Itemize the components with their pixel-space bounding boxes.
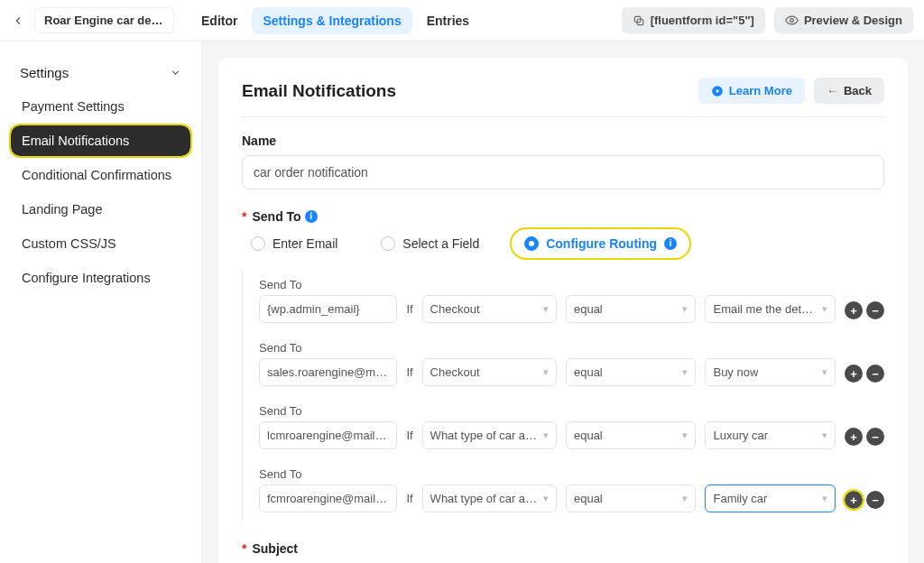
routing-address-col: Send To [259, 467, 397, 512]
routing-field-select[interactable]: What type of car are you ▾ [422, 421, 557, 449]
remove-route-button[interactable] [866, 428, 884, 446]
routing-row: Send To If What type of car are you ▾ eq… [259, 458, 884, 521]
sidebar-item-configure-integrations[interactable]: Configure Integrations [11, 263, 190, 293]
sidebar-item-payment-settings[interactable]: Payment Settings [11, 91, 190, 122]
routing-row-actions [845, 301, 884, 323]
chevron-down-icon [170, 67, 181, 78]
routing-address-input[interactable] [259, 421, 397, 449]
preview-button[interactable]: Preview & Design [774, 7, 913, 33]
routing-operator-select[interactable]: equal ▾ [566, 295, 697, 323]
back-icon[interactable] [7, 10, 29, 32]
card-header: Email Notifications Learn More ← Back [242, 78, 884, 117]
sidebar-item-conditional-confirmations[interactable]: Conditional Confirmations [11, 160, 190, 190]
routing-value-select[interactable]: Luxury car ▾ [705, 421, 836, 449]
select-value: Checkout [430, 365, 480, 379]
radio-circle [381, 236, 395, 251]
chevron-down-icon: ▾ [543, 303, 549, 315]
play-icon [711, 85, 724, 97]
if-label: If [406, 302, 412, 323]
add-route-button[interactable] [845, 301, 863, 319]
sidebar-group-settings[interactable]: Settings [9, 58, 192, 88]
name-input[interactable] [242, 155, 884, 189]
routing-operator-select[interactable]: equal ▾ [566, 485, 697, 512]
sidebar-item-landing-page[interactable]: Landing Page [11, 194, 190, 225]
select-value: Checkout [430, 302, 480, 316]
subject-section: * Subject ⋮ [242, 541, 884, 563]
routing-sendto-label: Send To [259, 341, 397, 355]
routing-row-actions [845, 491, 884, 512]
routing-field-select[interactable]: Checkout ▾ [422, 295, 557, 323]
send-to-options: Enter Email Select a Field Configure Rou… [242, 231, 884, 256]
learn-more-label: Learn More [729, 84, 792, 97]
learn-more-button[interactable]: Learn More [698, 78, 805, 104]
arrow-left-icon: ← [827, 84, 838, 97]
required-mark: * [242, 541, 246, 556]
routing-address-input[interactable] [259, 358, 397, 386]
info-icon[interactable]: i [305, 210, 318, 223]
routing-row: Send To If Checkout ▾ equal ▾ [259, 332, 884, 395]
routing-address-col: Send To [259, 404, 397, 449]
select-value: equal [574, 429, 603, 442]
add-route-button[interactable] [845, 491, 863, 509]
select-value: equal [574, 492, 603, 505]
required-mark: * [242, 209, 246, 224]
form-title[interactable]: Roar Engine car deal… [34, 7, 174, 33]
content: Email Notifications Learn More ← Back [202, 42, 924, 563]
radio-label: Select a Field [402, 236, 479, 251]
send-to-label: * Send To i [242, 209, 884, 224]
chevron-down-icon: ▾ [822, 429, 827, 441]
if-label: If [406, 429, 412, 449]
routing-address-input[interactable] [259, 295, 397, 323]
radio-enter-email[interactable]: Enter Email [242, 231, 346, 256]
tab-editor[interactable]: Editor [190, 7, 248, 34]
chevron-down-icon: ▾ [822, 493, 827, 504]
eye-icon [785, 14, 799, 27]
chevron-down-icon: ▾ [543, 366, 549, 378]
select-value: What type of car are you [430, 429, 538, 442]
copy-icon [633, 14, 645, 27]
routing-value-select[interactable]: Family car ▾ [705, 485, 836, 512]
routing-field-select[interactable]: Checkout ▾ [422, 358, 557, 386]
chevron-down-icon: ▾ [682, 493, 688, 504]
routing-sendto-label: Send To [259, 278, 397, 291]
routing-operator-select[interactable]: equal ▾ [566, 421, 697, 449]
chevron-down-icon: ▾ [822, 366, 827, 378]
select-value: What type of car are you [430, 492, 538, 505]
routing-row: Send To If Checkout ▾ equal ▾ [259, 269, 884, 332]
radio-configure-routing[interactable]: Configure Routing i [513, 231, 688, 256]
layout: Settings Payment Settings Email Notifica… [0, 42, 924, 563]
back-button[interactable]: ← Back [814, 78, 884, 104]
tab-entries[interactable]: Entries [416, 7, 480, 34]
sidebar-group-label: Settings [20, 65, 69, 80]
routing-operator-select[interactable]: equal ▾ [566, 358, 697, 386]
if-label: If [406, 365, 412, 386]
routing-row-actions [845, 428, 884, 449]
tab-settings[interactable]: Settings & Integrations [252, 7, 411, 34]
sidebar-item-custom-css-js[interactable]: Custom CSS/JS [11, 228, 190, 259]
shortcode-button[interactable]: [fluentform id="5"] [622, 7, 765, 33]
routing-sendto-label: Send To [259, 467, 397, 481]
add-route-button[interactable] [845, 428, 863, 446]
add-route-button[interactable] [845, 365, 863, 383]
topbar: Roar Engine car deal… Editor Settings & … [0, 0, 924, 42]
radio-select-field[interactable]: Select a Field [372, 231, 488, 256]
page-title: Email Notifications [242, 81, 396, 101]
remove-route-button[interactable] [866, 491, 884, 509]
remove-route-button[interactable] [866, 301, 884, 319]
routing-value-select[interactable]: Buy now ▾ [705, 358, 836, 386]
radio-circle [524, 236, 539, 251]
chevron-down-icon: ▾ [682, 366, 688, 378]
select-value: Buy now [713, 365, 758, 379]
sidebar-item-email-notifications[interactable]: Email Notifications [11, 125, 190, 156]
routing-field-select[interactable]: What type of car are you ▾ [422, 485, 557, 512]
select-value: equal [574, 365, 603, 379]
routing-table: Send To If Checkout ▾ equal ▾ [242, 269, 884, 521]
routing-value-select[interactable]: Email me the details ▾ [705, 295, 836, 323]
send-to-label-text: Send To [252, 209, 300, 224]
card-actions: Learn More ← Back [698, 78, 884, 104]
info-icon[interactable]: i [664, 237, 677, 250]
select-value: Family car [713, 492, 767, 505]
routing-address-input[interactable] [259, 485, 397, 512]
chevron-down-icon: ▾ [822, 303, 827, 315]
remove-route-button[interactable] [866, 365, 884, 383]
